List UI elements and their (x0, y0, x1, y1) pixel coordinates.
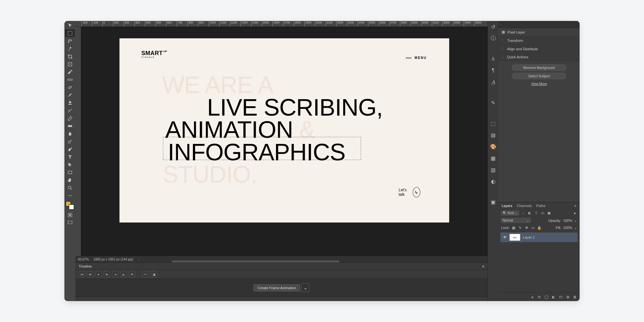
split-icon[interactable]: ✂ (142, 271, 149, 278)
hand-tool-icon[interactable] (65, 176, 75, 184)
info-panel-icon[interactable]: ⓘ (490, 35, 497, 42)
stamp-tool-icon[interactable] (65, 99, 75, 107)
dodge-tool-icon[interactable] (65, 137, 75, 145)
lock-position-icon[interactable]: ✥ (524, 225, 529, 230)
fill-value[interactable]: 100% (563, 226, 572, 230)
brushes-panel-icon[interactable]: ✎ (490, 99, 497, 106)
filter-toggle-icon[interactable]: ● (573, 211, 577, 215)
wand-tool-icon[interactable] (65, 45, 75, 52)
layer-name[interactable]: Layer 1 (523, 235, 535, 239)
tab-channels[interactable]: Channels (517, 204, 532, 208)
shape-tool-icon[interactable] (65, 168, 75, 176)
delete-layer-icon[interactable]: 🗑 (573, 295, 577, 299)
filter-adjust-icon[interactable]: ◐ (527, 211, 532, 215)
visibility-icon[interactable]: 👁 (503, 235, 507, 240)
svg-point-7 (68, 186, 71, 189)
timeline-footer (75, 297, 488, 301)
create-frame-animation-button[interactable]: Create Frame Animation (253, 284, 300, 291)
healing-tool-icon[interactable] (65, 83, 75, 91)
canvas-viewport[interactable]: SMARTUP VISUALS MENU WE ARE A LIVE SCRIB… (81, 27, 488, 256)
history-panel-icon[interactable]: ↺ (490, 24, 497, 30)
scrollbar-horizontal[interactable] (172, 260, 339, 262)
status-bar: 66,67% 3360 px x 1861 px (144 ppi) 〉 (75, 256, 488, 262)
transform-section[interactable]: 〉Transform (498, 36, 580, 45)
3d-panel-icon[interactable]: ⬚ (490, 120, 497, 127)
svg-point-5 (68, 141, 70, 143)
select-subject-button[interactable]: Select Subject (512, 73, 566, 79)
brush-tool-icon[interactable] (65, 91, 75, 99)
pen-tool-icon[interactable] (65, 145, 75, 153)
first-frame-icon[interactable]: I◂ (79, 271, 85, 278)
lock-paint-icon[interactable]: ✎ (518, 225, 522, 230)
lets-talk-link[interactable]: Let's talk ↳ (399, 187, 420, 197)
tab-layers[interactable]: Layers (502, 204, 512, 208)
align-section[interactable]: 〉Align and Distribute (498, 45, 580, 53)
adjustment-layer-icon[interactable]: ◐ (551, 295, 556, 299)
ruler-tool-icon[interactable] (65, 76, 75, 83)
tab-paths[interactable]: Paths (536, 204, 545, 208)
blend-mode-select[interactable]: Normal⌄ (501, 218, 531, 223)
link-layers-icon[interactable]: ⌀ (530, 295, 535, 299)
color-swatches[interactable] (66, 201, 74, 210)
prev-frame-icon[interactable]: ◂I (87, 271, 93, 278)
paragraph-panel-icon[interactable]: ¶ (490, 67, 497, 74)
blur-tool-icon[interactable] (65, 130, 75, 137)
move-tool-icon[interactable] (65, 22, 75, 29)
screen-mode-icon[interactable] (65, 219, 75, 226)
patterns-panel-icon[interactable]: ▣ (490, 199, 497, 205)
eraser-tool-icon[interactable] (65, 114, 75, 122)
fx-icon[interactable]: fx (537, 295, 542, 299)
filter-image-icon[interactable]: ▫ (521, 211, 526, 215)
filter-kind-select[interactable]: 🔍Kind⌄ (501, 211, 519, 215)
layer-type-row: ▦ Pixel Layer (498, 28, 580, 36)
adjustments-panel-icon[interactable]: ◐ (490, 178, 497, 185)
last-frame-icon[interactable]: ◂ (112, 271, 118, 278)
audio-icon[interactable]: 🔈 (120, 271, 127, 278)
more-tools-icon[interactable] (65, 192, 75, 199)
frame-tool-icon[interactable] (65, 60, 75, 68)
mask-icon[interactable]: ◯ (544, 295, 549, 299)
lock-transparent-icon[interactable]: ▩ (511, 225, 516, 230)
panel-menu-icon[interactable]: ≡ (574, 204, 576, 208)
opacity-value[interactable]: 100% (563, 219, 572, 223)
character-panel-icon[interactable]: A (490, 56, 497, 62)
glyphs-panel-icon[interactable]: A̲ (490, 79, 497, 85)
properties-panel: ▦ Pixel Layer 〉Transform 〉Align and Dist… (498, 21, 580, 301)
marquee-tool-icon[interactable] (65, 29, 75, 37)
panel-menu-icon[interactable]: ≡ (482, 264, 484, 268)
chevron-down-icon[interactable]: ⌄ (301, 283, 309, 292)
chevron-right-icon[interactable]: 〉 (138, 257, 141, 261)
gradients-panel-icon[interactable]: ▧ (490, 166, 497, 173)
history-brush-tool-icon[interactable] (65, 107, 75, 114)
lock-artboard-icon[interactable]: ▭ (531, 225, 535, 230)
remove-background-button[interactable]: Remove Background (512, 64, 566, 71)
hero-heading: WE ARE A LIVE SCRIBING, ANIMATION & INFO… (162, 74, 383, 186)
type-tool-icon[interactable] (65, 153, 75, 161)
color-panel-icon[interactable]: 🎨 (490, 143, 497, 150)
zoom-tool-icon[interactable] (65, 184, 75, 192)
swatches-panel-icon[interactable]: ▦ (490, 155, 497, 161)
group-icon[interactable]: 🗀 (558, 295, 563, 299)
libraries-panel-icon[interactable]: ▤ (490, 132, 497, 138)
next-frame-icon[interactable]: I▸ (104, 271, 110, 278)
zoom-level[interactable]: 66,67% (78, 258, 89, 261)
lock-all-icon[interactable]: 🔒 (537, 225, 542, 230)
transition-icon[interactable]: ◪ (151, 271, 157, 278)
crop-tool-icon[interactable] (65, 52, 75, 60)
view-more-link[interactable]: View More (531, 82, 547, 86)
layer-row[interactable]: 👁 abc Layer 1 (500, 232, 578, 242)
play-icon[interactable]: ▸ (95, 271, 102, 278)
new-layer-icon[interactable]: ⊞ (565, 295, 570, 299)
mask-mode-icon[interactable] (65, 211, 75, 219)
path-select-tool-icon[interactable] (65, 161, 75, 168)
lasso-tool-icon[interactable] (65, 37, 75, 45)
filter-shape-icon[interactable]: ▭ (540, 211, 545, 215)
menu-button[interactable]: MENU (406, 56, 427, 60)
eyedropper-tool-icon[interactable] (65, 68, 75, 76)
settings-icon[interactable]: ✲ (129, 271, 135, 278)
ruler-vertical (75, 27, 81, 256)
gradient-tool-icon[interactable] (65, 122, 75, 130)
quick-actions-section[interactable]: ⌄Quick Actions (498, 53, 580, 61)
filter-smart-icon[interactable]: ▣ (547, 211, 551, 215)
filter-type-icon[interactable]: T (534, 211, 538, 215)
